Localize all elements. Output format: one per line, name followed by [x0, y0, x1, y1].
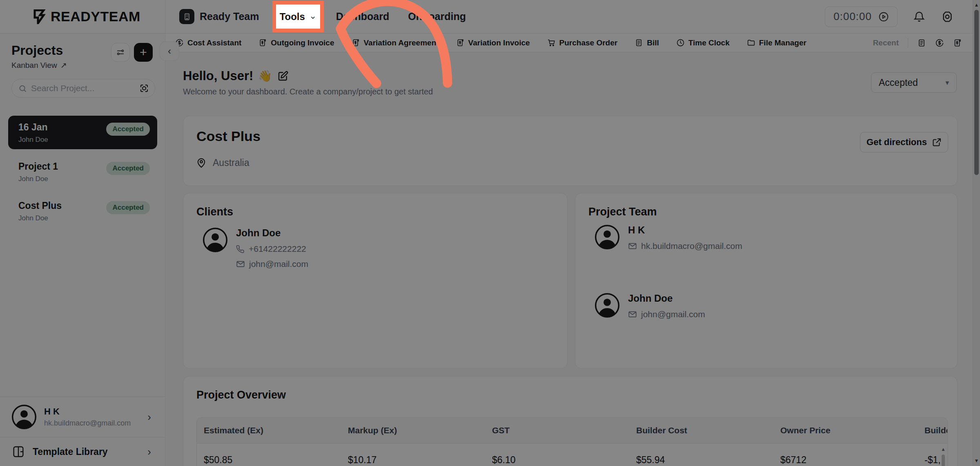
tools-highlight-button[interactable]: Tools ⌄ — [272, 1, 324, 32]
tools-highlight-label: Tools — [280, 11, 305, 22]
dim-overlay — [0, 0, 980, 466]
chevron-down-icon: ⌄ — [309, 11, 316, 21]
app-root: READYTEAM Ready Team Tools ⌄ Dashboard — [0, 0, 980, 466]
